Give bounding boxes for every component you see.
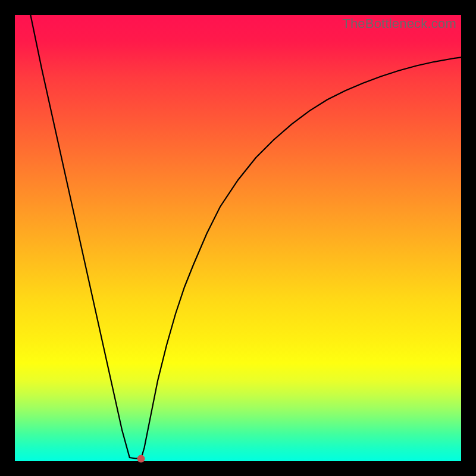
chart-plot-area: TheBottleneck.com <box>15 15 461 461</box>
bottleneck-curve <box>15 15 461 461</box>
curve-path <box>30 15 461 459</box>
optimum-marker <box>137 455 145 462</box>
